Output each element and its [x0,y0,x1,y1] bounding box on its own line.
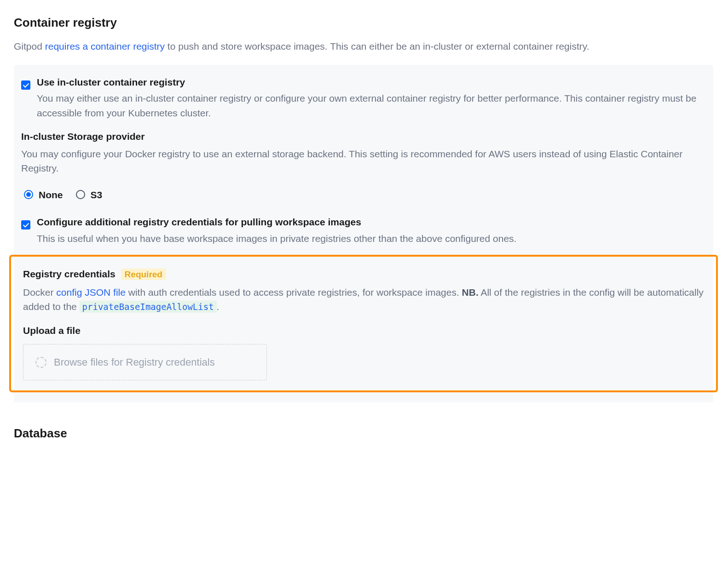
registry-credentials-highlight: Registry credentials Required Docker con… [9,255,718,392]
config-json-link[interactable]: config JSON file [56,287,126,298]
allowlist-code: privateBaseImageAllowList [80,301,217,313]
storage-provider-heading: In-cluster Storage provider [21,129,706,144]
additional-creds-label: Configure additional registry credential… [37,215,516,229]
database-heading: Database [14,424,713,442]
use-in-cluster-desc: You may either use an in-cluster contain… [37,91,706,120]
intro-prefix: Gitpod [14,41,45,52]
creds-period: . [217,301,220,312]
radio-none-label: None [39,188,63,202]
radio-none[interactable]: None [24,188,63,202]
storage-provider-desc: You may configure your Docker registry t… [21,147,706,176]
requires-registry-link[interactable]: requires a container registry [45,41,165,52]
radio-s3-label: S3 [91,188,103,202]
creds-desc-middle: with auth credentials used to access pri… [126,287,462,298]
use-in-cluster-label: Use in-cluster container registry [37,75,706,90]
upload-spinner-icon [35,357,46,368]
use-in-cluster-checkbox[interactable] [21,80,30,90]
additional-creds-desc: This is useful when you have base worksp… [37,231,516,246]
nb-text: NB. [462,287,479,298]
radio-s3[interactable]: S3 [76,188,103,202]
registry-creds-desc: Docker config JSON file with auth creden… [23,285,704,314]
required-badge: Required [121,269,166,280]
creds-desc-prefix: Docker [23,287,56,298]
upload-browse-text: Browse files for Registry credentials [54,355,215,370]
config-panel: Use in-cluster container registry You ma… [14,65,713,403]
container-registry-intro: Gitpod requires a container registry to … [14,39,713,54]
upload-file-label: Upload a file [23,323,704,338]
container-registry-heading: Container registry [14,14,713,32]
radio-none-input[interactable] [24,190,33,199]
radio-s3-input[interactable] [76,190,85,199]
registry-creds-title: Registry credentials [23,269,116,279]
intro-suffix: to push and store workspace images. This… [165,41,589,52]
storage-radio-group: None S3 [21,188,706,202]
upload-dropzone[interactable]: Browse files for Registry credentials [23,344,267,380]
additional-creds-checkbox[interactable] [21,220,30,229]
